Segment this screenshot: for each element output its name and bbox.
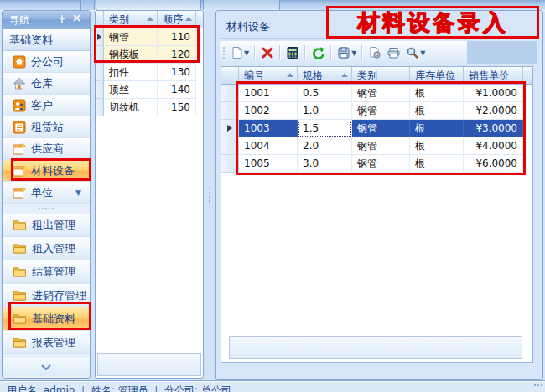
search-button[interactable]: ▼ bbox=[404, 44, 427, 62]
calculator-button[interactable] bbox=[284, 44, 301, 62]
grid-cell-category[interactable]: 钢管 bbox=[352, 102, 410, 120]
sidebar-module-inventory[interactable]: 进销存管理 bbox=[3, 284, 90, 307]
grid-cell-code[interactable]: 1003 bbox=[239, 120, 298, 137]
grid-cell-spec[interactable]: 3.0 bbox=[298, 155, 352, 173]
materials-panel: 材料设备 ▼ ▼ ▼ bbox=[215, 10, 543, 380]
panel-caption: 材料设备 bbox=[220, 19, 537, 39]
sidebar-module-settlement[interactable]: 结算管理 bbox=[3, 260, 90, 284]
grid-cell-category[interactable]: 钢管 bbox=[352, 137, 410, 155]
sidebar-item-rental-station[interactable]: 租赁站 bbox=[3, 116, 90, 138]
grid-cell-spec[interactable]: 2.0 bbox=[298, 137, 352, 155]
grid-cell-price[interactable]: ¥4.0000 bbox=[464, 137, 523, 155]
sort-asc-icon bbox=[341, 73, 348, 77]
sidebar-item-unit[interactable]: 单位 ▼ bbox=[3, 182, 90, 204]
sidebar-item-supplier[interactable]: 供应商 bbox=[3, 138, 90, 160]
grid-cell-spec[interactable]: 0.5 bbox=[298, 85, 352, 102]
grid-cell-unit[interactable]: 根 bbox=[410, 155, 464, 173]
sidebar-item-warehouse[interactable]: 仓库 bbox=[3, 73, 90, 95]
delete-x-icon bbox=[261, 46, 274, 59]
sidebar-item-branch[interactable]: 分公司 bbox=[3, 51, 90, 73]
resize-grip[interactable] bbox=[534, 384, 542, 386]
sidebar-splitter-handle[interactable] bbox=[3, 205, 90, 212]
grid-cell-unit[interactable]: 根 bbox=[410, 102, 464, 120]
grid-cell-price[interactable]: ¥2.0000 bbox=[464, 102, 523, 120]
toolbar-grip[interactable] bbox=[223, 47, 225, 59]
category-cell[interactable]: 顶丝 bbox=[104, 81, 158, 99]
refresh-button[interactable] bbox=[309, 44, 327, 62]
grid-cell-spec[interactable]: 1.0 bbox=[298, 102, 352, 120]
sidebar-item-customer[interactable]: 客户 bbox=[3, 95, 90, 116]
grid-cell-price[interactable]: ¥3.0000 bbox=[464, 120, 523, 137]
category-cell[interactable]: 130 bbox=[158, 64, 196, 81]
sidebar-item-materials[interactable]: 材料设备 bbox=[3, 160, 90, 182]
grid-cell-price[interactable]: ¥6.0000 bbox=[464, 155, 523, 173]
category-cell[interactable]: 钢管 bbox=[104, 28, 158, 46]
branch-icon bbox=[13, 55, 26, 69]
category-cell[interactable]: 140 bbox=[158, 81, 196, 99]
grid-column-header-spec[interactable]: 规格 bbox=[298, 67, 352, 85]
status-bar: 用户名: admin ｜ 姓名: 管理员 ｜ 分公司: 总公司 bbox=[0, 380, 545, 392]
chevron-down-icon[interactable]: ▼ bbox=[75, 188, 81, 197]
category-indicator-header bbox=[96, 11, 104, 28]
new-button[interactable]: ▼ bbox=[229, 44, 251, 62]
grid-header-filler bbox=[523, 67, 532, 85]
category-cell[interactable]: 120 bbox=[158, 46, 196, 64]
save-button[interactable]: ▼ bbox=[335, 44, 358, 62]
grid-cell-unit[interactable]: 根 bbox=[410, 120, 464, 137]
grid-column-header-code[interactable]: 编号 bbox=[239, 67, 298, 85]
category-cell[interactable]: 150 bbox=[158, 99, 196, 116]
close-icon[interactable] bbox=[73, 14, 85, 26]
grid-cell-category[interactable]: 钢管 bbox=[352, 120, 410, 137]
grid-column-header-unit[interactable]: 库存单位 bbox=[410, 67, 464, 85]
grid-cell-code[interactable]: 1002 bbox=[239, 102, 298, 120]
column-header-label: 规格 bbox=[303, 70, 323, 81]
row-indicator bbox=[221, 102, 239, 120]
category-column-header-order[interactable]: 顺序 bbox=[158, 11, 196, 28]
category-cell[interactable]: 扣件 bbox=[104, 64, 158, 81]
pin-icon[interactable] bbox=[58, 14, 70, 26]
grid-cell-code[interactable]: 1004 bbox=[239, 137, 298, 155]
sidebar-module-rent-in[interactable]: 租入管理 bbox=[3, 237, 90, 260]
column-header-label: 销售单价 bbox=[469, 70, 509, 81]
grid-column-header-category[interactable]: 类别 bbox=[352, 67, 410, 85]
form-star-icon bbox=[13, 164, 26, 178]
chevron-down-icon: ▼ bbox=[244, 49, 249, 57]
folder-icon bbox=[13, 312, 27, 325]
sidebar-item-label: 结算管理 bbox=[32, 265, 75, 280]
delete-button[interactable] bbox=[259, 44, 276, 62]
grid-cell-price[interactable]: ¥1.0000 bbox=[464, 85, 523, 102]
sidebar-module-rent-out[interactable]: 租出管理 bbox=[3, 214, 90, 237]
sidebar-item-label: 材料设备 bbox=[31, 163, 75, 178]
print-button[interactable] bbox=[385, 44, 402, 62]
magnifier-icon bbox=[406, 46, 419, 59]
grid-cell-category[interactable]: 钢管 bbox=[352, 155, 410, 173]
sidebar-collapse-chevron[interactable] bbox=[3, 358, 90, 376]
category-table-footer bbox=[97, 353, 201, 376]
grid-focused-cell-spec[interactable]: 1.5 bbox=[298, 120, 352, 137]
sidebar-item-label: 基础资料 bbox=[32, 312, 75, 327]
grid-column-header-price[interactable]: 销售单价 bbox=[464, 67, 523, 85]
grid-cell-code[interactable]: 1005 bbox=[239, 155, 298, 173]
row-indicator bbox=[221, 137, 239, 155]
column-header-label: 类别 bbox=[109, 13, 129, 25]
grid-cell-unit[interactable]: 根 bbox=[410, 137, 464, 155]
toolbar-separator bbox=[254, 45, 256, 60]
options-button[interactable] bbox=[366, 44, 383, 62]
grid-cell-code[interactable]: 1001 bbox=[239, 85, 298, 102]
category-cell[interactable]: 钢模板 bbox=[104, 46, 158, 64]
sidebar-item-label: 租出管理 bbox=[32, 218, 75, 233]
sidebar-module-reports[interactable]: 报表管理 bbox=[3, 331, 90, 354]
row-indicator bbox=[96, 64, 104, 81]
grid-cell-category[interactable]: 钢管 bbox=[352, 85, 410, 102]
column-header-label: 库存单位 bbox=[415, 70, 455, 81]
sidebar-item-label: 单位 bbox=[31, 185, 53, 200]
category-column-header-name[interactable]: 类别 bbox=[104, 11, 158, 28]
sidebar-item-label: 客户 bbox=[31, 98, 53, 113]
sidebar-title: 导航 bbox=[9, 14, 29, 26]
sidebar-module-basic-data[interactable]: 基础资料 bbox=[3, 307, 90, 331]
grid-cell-unit[interactable]: 根 bbox=[410, 85, 464, 102]
panel-splitter[interactable] bbox=[204, 10, 215, 379]
category-cell[interactable]: 110 bbox=[158, 28, 196, 46]
folder-icon bbox=[13, 242, 27, 255]
category-cell[interactable]: 切纹机 bbox=[104, 99, 158, 116]
